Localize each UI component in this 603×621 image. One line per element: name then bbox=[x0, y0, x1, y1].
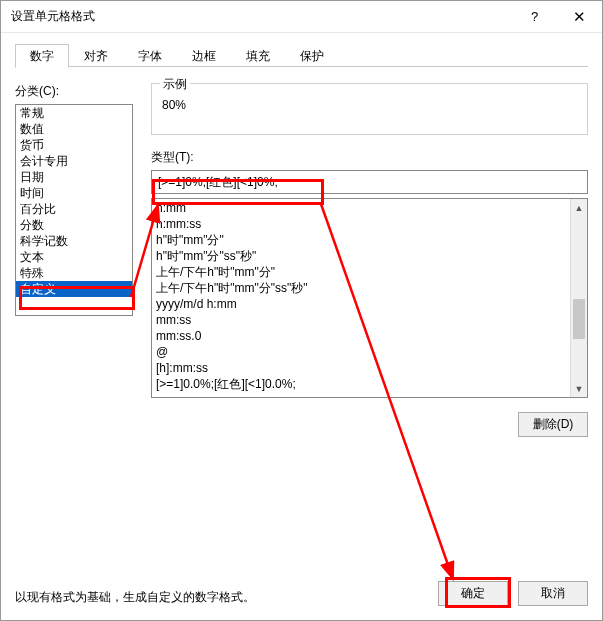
format-item[interactable]: [h]:mm:ss bbox=[156, 360, 566, 376]
format-item[interactable]: 上午/下午h"时"mm"分" bbox=[156, 264, 566, 280]
format-item[interactable]: h:mm:ss bbox=[156, 216, 566, 232]
format-item[interactable]: 上午/下午h"时"mm"分"ss"秒" bbox=[156, 280, 566, 296]
category-item[interactable]: 会计专用 bbox=[16, 153, 132, 169]
close-button[interactable]: ✕ bbox=[557, 1, 602, 32]
tab-number[interactable]: 数字 bbox=[15, 44, 69, 68]
category-item[interactable]: 分数 bbox=[16, 217, 132, 233]
format-item[interactable]: mm:ss bbox=[156, 312, 566, 328]
category-item[interactable]: 货币 bbox=[16, 137, 132, 153]
example-legend: 示例 bbox=[160, 76, 190, 93]
category-item[interactable]: 特殊 bbox=[16, 265, 132, 281]
type-label: 类型(T): bbox=[151, 149, 588, 166]
type-input[interactable] bbox=[151, 170, 588, 194]
scroll-down-icon[interactable]: ▼ bbox=[571, 380, 587, 397]
dialog-title: 设置单元格格式 bbox=[11, 8, 512, 25]
category-item[interactable]: 数值 bbox=[16, 121, 132, 137]
format-item[interactable]: h:mm bbox=[156, 200, 566, 216]
category-label: 分类(C): bbox=[15, 83, 133, 100]
scroll-thumb[interactable] bbox=[573, 299, 585, 339]
category-item[interactable]: 常规 bbox=[16, 105, 132, 121]
format-scrollbar[interactable]: ▲ ▼ bbox=[570, 199, 587, 397]
help-button[interactable]: ? bbox=[512, 1, 557, 32]
category-item[interactable]: 日期 bbox=[16, 169, 132, 185]
format-item[interactable]: mm:ss.0 bbox=[156, 328, 566, 344]
category-item[interactable]: 文本 bbox=[16, 249, 132, 265]
category-item[interactable]: 时间 bbox=[16, 185, 132, 201]
category-item[interactable]: 百分比 bbox=[16, 201, 132, 217]
category-item-custom[interactable]: 自定义 bbox=[16, 281, 132, 297]
tab-alignment[interactable]: 对齐 bbox=[69, 44, 123, 68]
tab-fill[interactable]: 填充 bbox=[231, 44, 285, 68]
example-box: 示例 80% bbox=[151, 83, 588, 135]
category-list[interactable]: 常规 数值 货币 会计专用 日期 时间 百分比 分数 科学记数 文本 特殊 自定… bbox=[15, 104, 133, 316]
format-item[interactable]: @ bbox=[156, 344, 566, 360]
tab-font[interactable]: 字体 bbox=[123, 44, 177, 68]
format-item[interactable]: [>=1]0.0%;[红色][<1]0.0%; bbox=[156, 376, 566, 392]
format-item[interactable]: h"时"mm"分"ss"秒" bbox=[156, 248, 566, 264]
tab-protection[interactable]: 保护 bbox=[285, 44, 339, 68]
example-value: 80% bbox=[162, 98, 577, 112]
tab-border[interactable]: 边框 bbox=[177, 44, 231, 68]
format-item[interactable]: h"时"mm"分" bbox=[156, 232, 566, 248]
ok-button[interactable]: 确定 bbox=[438, 581, 508, 606]
format-list[interactable]: h:mm h:mm:ss h"时"mm"分" h"时"mm"分"ss"秒" 上午… bbox=[151, 198, 588, 398]
cancel-button[interactable]: 取消 bbox=[518, 581, 588, 606]
delete-button[interactable]: 删除(D) bbox=[518, 412, 588, 437]
category-item[interactable]: 科学记数 bbox=[16, 233, 132, 249]
tab-bar: 数字 对齐 字体 边框 填充 保护 bbox=[15, 43, 588, 67]
scroll-up-icon[interactable]: ▲ bbox=[571, 199, 587, 216]
format-item[interactable]: yyyy/m/d h:mm bbox=[156, 296, 566, 312]
